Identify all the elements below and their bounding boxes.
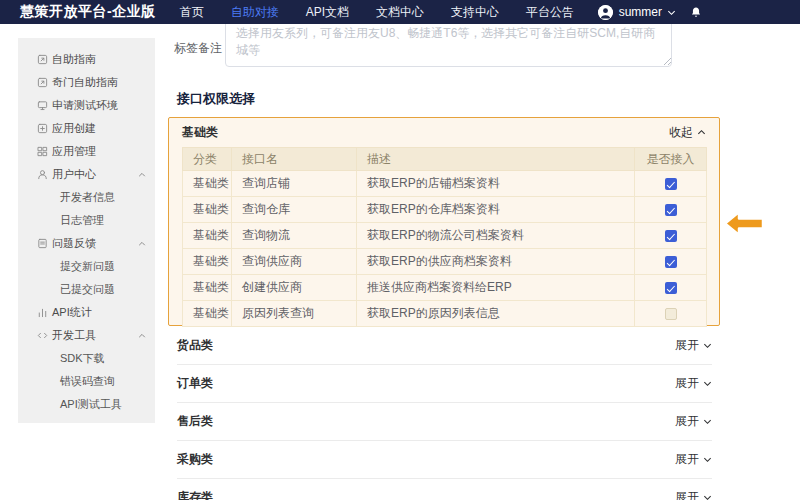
chevron-up-icon <box>697 128 706 137</box>
chevron-up-icon <box>138 332 146 340</box>
checkbox-disabled <box>665 308 677 320</box>
collapsed-group-row: 订单类展开 <box>177 365 712 403</box>
sidebar-item-label: API统计 <box>52 305 92 320</box>
permissions-heading: 接口权限选择 <box>177 90 255 108</box>
avatar-icon[interactable] <box>598 5 613 20</box>
user-area: summer <box>598 5 702 20</box>
cell-description: 获取ERP的原因列表信息 <box>357 301 635 327</box>
sidebar-item-label: 奇门自助指南 <box>52 75 118 90</box>
nav-item[interactable]: 支持中心 <box>451 4 499 21</box>
group-title: 售后类 <box>177 413 213 430</box>
sidebar-item[interactable]: 问题反馈 <box>18 232 155 255</box>
brand-logo[interactable]: 慧策开放平台-企业版 <box>20 3 156 21</box>
column-header: 接口名 <box>232 148 357 171</box>
checkbox-checked[interactable] <box>665 204 677 216</box>
username[interactable]: summer <box>619 5 662 19</box>
sidebar-item[interactable]: 奇门自助指南 <box>18 71 155 94</box>
annotation-arrow-icon <box>722 207 766 240</box>
sidebar-item[interactable]: 开发工具 <box>18 324 155 347</box>
cell-description: 获取ERP的物流公司档案资料 <box>357 223 635 249</box>
cell-category: 基础类 <box>183 301 232 327</box>
cell-access <box>635 275 707 301</box>
sidebar-item-label: 日志管理 <box>60 213 104 228</box>
sidebar-item-label: API测试工具 <box>60 397 122 412</box>
checkbox-checked[interactable] <box>665 230 677 242</box>
expand-button[interactable]: 展开 <box>675 451 712 468</box>
tag-remark-textarea[interactable] <box>225 18 672 67</box>
group-title: 库存类 <box>177 489 213 500</box>
collapse-label: 收起 <box>669 124 693 141</box>
sidebar-item[interactable]: 用户中心 <box>18 163 155 186</box>
sidebar-item-label: 开发者信息 <box>60 190 115 205</box>
table-header-row: 分类接口名描述是否接入 <box>183 148 707 171</box>
expand-button[interactable]: 展开 <box>675 375 712 392</box>
column-header: 是否接入 <box>635 148 707 171</box>
sidebar-item[interactable]: API统计 <box>18 301 155 324</box>
group-title: 基础类 <box>182 124 218 141</box>
collapse-button[interactable]: 收起 <box>669 124 706 141</box>
sidebar-item[interactable]: 申请测试环境 <box>18 94 155 117</box>
expand-label: 展开 <box>675 413 699 430</box>
sidebar-item-label: 用户中心 <box>52 167 96 182</box>
sidebar-item[interactable]: 提交新问题 <box>18 255 155 278</box>
table-row: 基础类查询仓库获取ERP的仓库档案资料 <box>183 197 707 223</box>
sidebar-item[interactable]: 错误码查询 <box>18 370 155 393</box>
sidebar-item-label: 问题反馈 <box>52 236 96 251</box>
chevron-down-icon <box>703 453 712 467</box>
sidebar-item[interactable]: API测试工具 <box>18 393 155 416</box>
chevron-down-icon[interactable] <box>667 8 676 17</box>
collapsed-group-row: 货品类展开 <box>177 327 712 365</box>
sidebar-item-label: 提交新问题 <box>60 259 115 274</box>
nav-item[interactable]: 平台公告 <box>526 4 574 21</box>
nav-item[interactable]: API文档 <box>306 4 349 21</box>
collapsed-groups: 货品类展开订单类展开售后类展开采购类展开库存类展开 <box>177 327 712 500</box>
sidebar-item-label: 自助指南 <box>52 52 96 67</box>
sidebar-item[interactable]: 应用创建 <box>18 117 155 140</box>
collapsed-group-row: 采购类展开 <box>177 441 712 479</box>
chevron-down-icon <box>703 377 712 391</box>
expand-label: 展开 <box>675 337 699 354</box>
sidebar-item[interactable]: 已提交问题 <box>18 278 155 301</box>
checkbox-checked[interactable] <box>665 256 677 268</box>
nav-item-active[interactable]: 自助对接 <box>231 4 279 21</box>
sidebar-item-label: 应用创建 <box>52 121 96 136</box>
sidebar-item[interactable]: 自助指南 <box>18 48 155 71</box>
column-header: 描述 <box>357 148 635 171</box>
chevron-down-icon <box>703 491 712 500</box>
expand-label: 展开 <box>675 375 699 392</box>
chevron-up-icon <box>138 171 146 179</box>
bell-icon[interactable] <box>690 6 702 19</box>
table-row: 基础类查询物流获取ERP的物流公司档案资料 <box>183 223 707 249</box>
sidebar-item-label: 申请测试环境 <box>52 98 118 113</box>
chevron-down-icon <box>703 339 712 353</box>
group-title: 订单类 <box>177 375 213 392</box>
sidebar-item[interactable]: SDK下载 <box>18 347 155 370</box>
cell-description: 获取ERP的供应商档案资料 <box>357 249 635 275</box>
table-row: 基础类原因列表查询获取ERP的原因列表信息 <box>183 301 707 327</box>
cell-access <box>635 249 707 275</box>
guide-icon <box>37 54 48 65</box>
expand-button[interactable]: 展开 <box>675 413 712 430</box>
nav-item[interactable]: 文档中心 <box>376 4 424 21</box>
table-row: 基础类查询店铺获取ERP的店铺档案资料 <box>183 171 707 197</box>
chevron-up-icon <box>138 240 146 248</box>
sidebar-item[interactable]: 开发者信息 <box>18 186 155 209</box>
checkbox-checked[interactable] <box>665 178 677 190</box>
group-title: 货品类 <box>177 337 213 354</box>
chevron-down-icon <box>703 415 712 429</box>
cell-access <box>635 197 707 223</box>
checkbox-checked[interactable] <box>665 282 677 294</box>
expand-label: 展开 <box>675 489 699 500</box>
sidebar-item[interactable]: 日志管理 <box>18 209 155 232</box>
sidebar-item[interactable]: 应用管理 <box>18 140 155 163</box>
top-navbar: 慧策开放平台-企业版 首页自助对接API文档文档中心支持中心平台公告 summe… <box>0 0 800 24</box>
expand-label: 展开 <box>675 451 699 468</box>
nav-item[interactable]: 首页 <box>180 4 204 21</box>
expand-button[interactable]: 展开 <box>675 489 712 500</box>
sidebar-item-label: 应用管理 <box>52 144 96 159</box>
guide-icon <box>37 77 48 88</box>
code-icon <box>37 330 48 341</box>
cell-category: 基础类 <box>183 249 232 275</box>
expand-button[interactable]: 展开 <box>675 337 712 354</box>
sidebar: 自助指南奇门自助指南申请测试环境应用创建应用管理用户中心开发者信息日志管理问题反… <box>18 38 155 423</box>
